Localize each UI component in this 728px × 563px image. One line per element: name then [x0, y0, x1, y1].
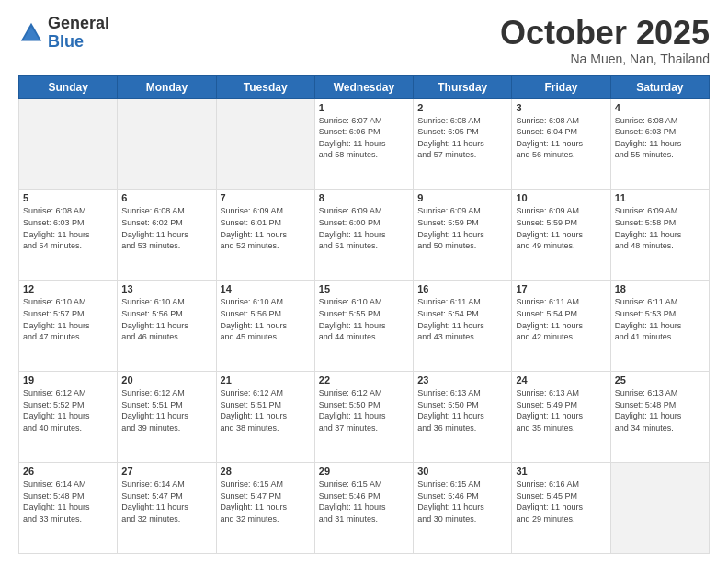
calendar-cell: 18Sunrise: 6:11 AM Sunset: 5:53 PM Dayli… [610, 281, 709, 372]
day-number: 31 [516, 465, 606, 477]
day-number: 6 [121, 192, 211, 203]
logo-icon [18, 20, 44, 46]
day-number: 3 [516, 102, 606, 113]
calendar-week-3: 19Sunrise: 6:12 AM Sunset: 5:52 PM Dayli… [19, 372, 710, 463]
calendar-cell [216, 98, 314, 190]
day-info: Sunrise: 6:13 AM Sunset: 5:49 PM Dayligh… [516, 387, 606, 433]
day-info: Sunrise: 6:14 AM Sunset: 5:48 PM Dayligh… [23, 478, 113, 524]
calendar-table: SundayMondayTuesdayWednesdayThursdayFrid… [18, 75, 710, 554]
day-number: 28 [221, 465, 311, 477]
calendar-cell: 3Sunrise: 6:08 AM Sunset: 6:04 PM Daylig… [512, 98, 610, 190]
weekday-header-thursday: Thursday [414, 75, 512, 98]
day-number: 1 [319, 102, 409, 113]
calendar-cell [610, 463, 709, 554]
day-info: Sunrise: 6:11 AM Sunset: 5:53 PM Dayligh… [615, 296, 705, 342]
day-info: Sunrise: 6:15 AM Sunset: 5:46 PM Dayligh… [417, 478, 507, 524]
calendar-cell: 19Sunrise: 6:12 AM Sunset: 5:52 PM Dayli… [19, 372, 118, 463]
weekday-header-friday: Friday [512, 75, 610, 98]
day-info: Sunrise: 6:09 AM Sunset: 5:58 PM Dayligh… [615, 205, 705, 251]
day-number: 26 [23, 465, 113, 477]
day-info: Sunrise: 6:12 AM Sunset: 5:50 PM Dayligh… [319, 387, 409, 433]
calendar-cell: 15Sunrise: 6:10 AM Sunset: 5:55 PM Dayli… [314, 281, 413, 372]
calendar-week-4: 26Sunrise: 6:14 AM Sunset: 5:48 PM Dayli… [19, 463, 710, 554]
calendar-cell: 2Sunrise: 6:08 AM Sunset: 6:05 PM Daylig… [414, 98, 512, 190]
calendar-week-0: 1Sunrise: 6:07 AM Sunset: 6:06 PM Daylig… [19, 98, 710, 190]
day-info: Sunrise: 6:11 AM Sunset: 5:54 PM Dayligh… [417, 296, 507, 342]
day-number: 21 [221, 374, 311, 385]
weekday-header-sunday: Sunday [19, 75, 118, 98]
day-number: 30 [417, 465, 507, 477]
day-info: Sunrise: 6:08 AM Sunset: 6:03 PM Dayligh… [615, 115, 705, 161]
calendar-cell: 4Sunrise: 6:08 AM Sunset: 6:03 PM Daylig… [610, 98, 709, 190]
calendar-cell: 31Sunrise: 6:16 AM Sunset: 5:45 PM Dayli… [512, 463, 610, 554]
day-number: 11 [615, 192, 705, 203]
day-info: Sunrise: 6:10 AM Sunset: 5:57 PM Dayligh… [23, 296, 113, 342]
day-number: 17 [516, 283, 606, 294]
day-number: 8 [319, 192, 409, 203]
header: General Blue October 2025 Na Muen, Nan, … [18, 15, 710, 66]
day-info: Sunrise: 6:12 AM Sunset: 5:52 PM Dayligh… [23, 387, 113, 433]
calendar-cell: 9Sunrise: 6:09 AM Sunset: 5:59 PM Daylig… [414, 190, 512, 281]
day-number: 22 [319, 374, 409, 385]
logo-blue: Blue [48, 33, 109, 52]
weekday-header-saturday: Saturday [610, 75, 709, 98]
calendar-cell: 30Sunrise: 6:15 AM Sunset: 5:46 PM Dayli… [414, 463, 512, 554]
logo: General Blue [18, 15, 109, 52]
day-info: Sunrise: 6:08 AM Sunset: 6:03 PM Dayligh… [23, 205, 113, 251]
calendar-cell: 10Sunrise: 6:09 AM Sunset: 5:59 PM Dayli… [512, 190, 610, 281]
day-info: Sunrise: 6:15 AM Sunset: 5:46 PM Dayligh… [319, 478, 409, 524]
calendar-week-2: 12Sunrise: 6:10 AM Sunset: 5:57 PM Dayli… [19, 281, 710, 372]
weekday-header-monday: Monday [118, 75, 216, 98]
day-number: 14 [221, 283, 311, 294]
day-info: Sunrise: 6:10 AM Sunset: 5:55 PM Dayligh… [319, 296, 409, 342]
location: Na Muen, Nan, Thailand [500, 52, 710, 66]
day-info: Sunrise: 6:07 AM Sunset: 6:06 PM Dayligh… [319, 115, 409, 161]
day-info: Sunrise: 6:12 AM Sunset: 5:51 PM Dayligh… [121, 387, 211, 433]
day-number: 25 [615, 374, 705, 385]
calendar-cell: 21Sunrise: 6:12 AM Sunset: 5:51 PM Dayli… [216, 372, 314, 463]
calendar-cell: 22Sunrise: 6:12 AM Sunset: 5:50 PM Dayli… [314, 372, 413, 463]
day-number: 4 [615, 102, 705, 113]
calendar-cell: 27Sunrise: 6:14 AM Sunset: 5:47 PM Dayli… [118, 463, 216, 554]
day-info: Sunrise: 6:15 AM Sunset: 5:47 PM Dayligh… [221, 478, 311, 524]
day-number: 27 [121, 465, 211, 477]
day-number: 16 [417, 283, 507, 294]
logo-general: General [48, 15, 109, 33]
day-number: 12 [23, 283, 113, 294]
calendar-cell: 24Sunrise: 6:13 AM Sunset: 5:49 PM Dayli… [512, 372, 610, 463]
day-info: Sunrise: 6:13 AM Sunset: 5:50 PM Dayligh… [417, 387, 507, 433]
calendar-cell: 23Sunrise: 6:13 AM Sunset: 5:50 PM Dayli… [414, 372, 512, 463]
weekday-header-tuesday: Tuesday [216, 75, 314, 98]
calendar-cell: 16Sunrise: 6:11 AM Sunset: 5:54 PM Dayli… [414, 281, 512, 372]
day-number: 10 [516, 192, 606, 203]
calendar-cell: 29Sunrise: 6:15 AM Sunset: 5:46 PM Dayli… [314, 463, 413, 554]
weekday-header-wednesday: Wednesday [314, 75, 413, 98]
logo-text: General Blue [48, 15, 109, 52]
calendar-cell: 14Sunrise: 6:10 AM Sunset: 5:56 PM Dayli… [216, 281, 314, 372]
day-info: Sunrise: 6:08 AM Sunset: 6:02 PM Dayligh… [121, 205, 211, 251]
day-number: 29 [319, 465, 409, 477]
day-info: Sunrise: 6:11 AM Sunset: 5:54 PM Dayligh… [516, 296, 606, 342]
calendar-week-1: 5Sunrise: 6:08 AM Sunset: 6:03 PM Daylig… [19, 190, 710, 281]
day-number: 19 [23, 374, 113, 385]
day-number: 20 [121, 374, 211, 385]
calendar-cell: 12Sunrise: 6:10 AM Sunset: 5:57 PM Dayli… [19, 281, 118, 372]
month-title: October 2025 [500, 15, 710, 52]
calendar-cell: 1Sunrise: 6:07 AM Sunset: 6:06 PM Daylig… [314, 98, 413, 190]
day-number: 24 [516, 374, 606, 385]
calendar-cell [19, 98, 118, 190]
calendar-cell: 11Sunrise: 6:09 AM Sunset: 5:58 PM Dayli… [610, 190, 709, 281]
calendar-cell: 25Sunrise: 6:13 AM Sunset: 5:48 PM Dayli… [610, 372, 709, 463]
page: General Blue October 2025 Na Muen, Nan, … [0, 0, 728, 563]
calendar-cell: 7Sunrise: 6:09 AM Sunset: 6:01 PM Daylig… [216, 190, 314, 281]
day-number: 9 [417, 192, 507, 203]
calendar-cell: 5Sunrise: 6:08 AM Sunset: 6:03 PM Daylig… [19, 190, 118, 281]
calendar-cell: 26Sunrise: 6:14 AM Sunset: 5:48 PM Dayli… [19, 463, 118, 554]
day-number: 5 [23, 192, 113, 203]
day-number: 23 [417, 374, 507, 385]
day-info: Sunrise: 6:09 AM Sunset: 6:00 PM Dayligh… [319, 205, 409, 251]
day-info: Sunrise: 6:12 AM Sunset: 5:51 PM Dayligh… [221, 387, 311, 433]
day-number: 7 [221, 192, 311, 203]
day-info: Sunrise: 6:13 AM Sunset: 5:48 PM Dayligh… [615, 387, 705, 433]
day-info: Sunrise: 6:14 AM Sunset: 5:47 PM Dayligh… [121, 478, 211, 524]
